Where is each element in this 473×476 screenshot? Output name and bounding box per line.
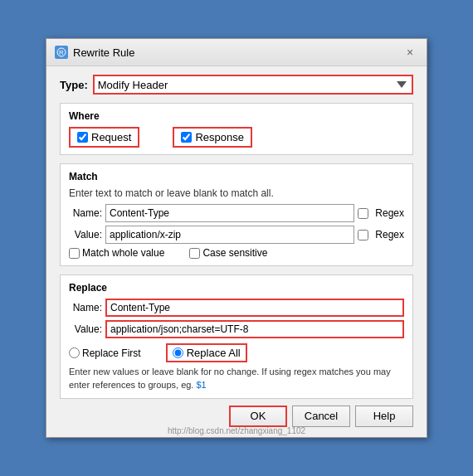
case-sensitive-label: Case sensitive [202,247,267,259]
match-whole-label: Match whole value [82,247,164,259]
replace-radio-row: Replace First Replace All [69,343,404,362]
request-label: Request [91,131,131,143]
watermark: http://blog.csdn.net/zhangxiang_1102 [168,426,305,435]
match-description: Enter text to match or leave blank to ma… [69,187,404,199]
replace-all-option: Replace All [166,343,247,362]
title-bar: R Rewrite Rule × [46,39,427,66]
help-button[interactable]: Help [355,406,413,427]
match-name-regex-label: Regex [375,207,404,219]
match-value-regex-checkbox[interactable] [358,230,368,240]
case-sensitive-checkbox[interactable] [189,248,200,259]
title-bar-left: R Rewrite Rule [55,46,134,59]
replace-name-row: Name: [69,299,404,317]
where-legend: Where [69,110,404,122]
cancel-button[interactable]: Cancel [292,406,350,427]
response-label: Response [195,131,244,143]
case-sensitive: Case sensitive [189,247,267,259]
replace-description: Enter new values or leave blank for no c… [69,366,404,391]
button-row: OK Cancel Help [60,406,413,427]
request-checkbox-group: Request [69,127,139,148]
type-select[interactable]: Modify Header [93,75,413,95]
close-button[interactable]: × [402,44,418,61]
replace-first-label: Replace First [82,347,141,359]
match-value-label: Value: [69,229,102,240]
replace-value-label: Value: [69,323,102,335]
response-checkbox[interactable] [181,132,192,143]
match-legend: Match [69,171,404,182]
dialog-content: Type: Modify Header Where Request Respon… [46,66,427,437]
match-whole-value: Match whole value [69,247,164,259]
replace-ref: $1 [196,380,206,390]
replace-all-radio[interactable] [173,347,183,358]
replace-all-label: Replace All [187,347,241,359]
request-checkbox[interactable] [77,132,88,143]
match-value-regex-label: Regex [375,229,404,240]
match-name-row: Name: Regex [69,204,404,222]
replace-name-label: Name: [69,302,102,313]
svg-text:R: R [59,49,64,56]
where-section: Where Request Response [60,103,413,155]
match-name-label: Name: [69,207,102,219]
replace-section: Replace Name: Value: Replace First Repla… [60,274,413,399]
match-value-row: Value: Regex [69,226,404,244]
match-value-input[interactable] [105,226,354,244]
type-label: Type: [60,79,88,91]
replace-value-input[interactable] [105,320,404,338]
match-whole-checkbox[interactable] [69,248,80,259]
match-name-input[interactable] [105,204,354,222]
response-checkbox-group: Response [173,127,252,148]
rewrite-rule-dialog: R Rewrite Rule × Type: Modify Header Whe… [46,38,427,438]
type-row: Type: Modify Header [60,75,413,95]
dialog-title: Rewrite Rule [73,46,134,59]
where-row: Request Response [69,127,404,148]
match-section: Match Enter text to match or leave blank… [60,163,413,266]
replace-legend: Replace [69,282,404,294]
match-options: Match whole value Case sensitive [69,247,404,259]
replace-first-radio[interactable] [69,347,80,358]
dialog-icon: R [55,46,68,59]
match-name-regex-checkbox[interactable] [358,208,368,219]
ok-button[interactable]: OK [229,406,287,427]
replace-value-row: Value: [69,320,404,338]
replace-first-option: Replace First [69,343,141,362]
replace-name-input[interactable] [105,299,404,317]
